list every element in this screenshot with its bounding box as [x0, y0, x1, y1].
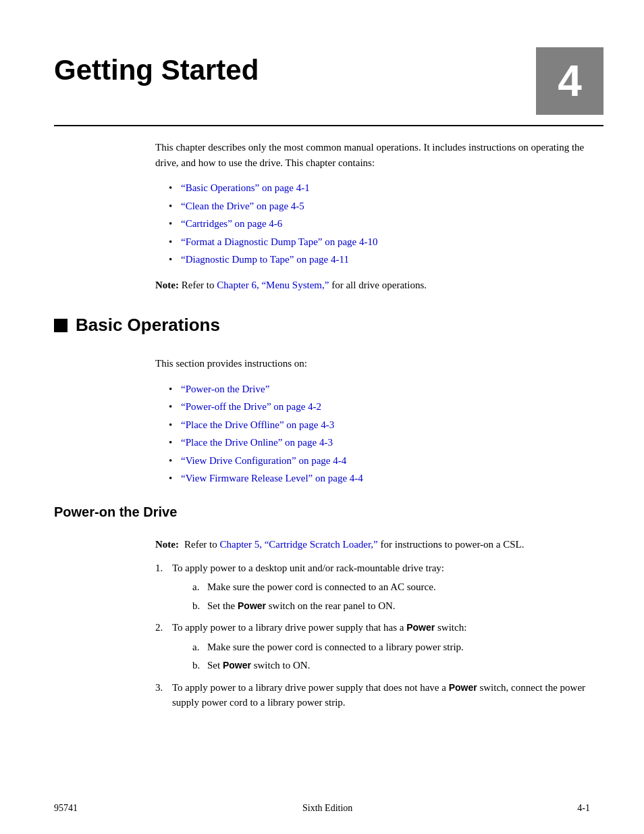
step-1: 1. To apply power to a desktop unit and/…: [155, 561, 590, 614]
basic-operations-heading: Basic Operations: [0, 305, 644, 339]
power-on-note-link[interactable]: Chapter 5, “Cartridge Scratch Loader,”: [219, 539, 377, 550]
substep-2b-text: Set Power switch to ON.: [207, 660, 310, 671]
page: Getting Started 4 This chapter describes…: [0, 0, 644, 834]
step-2-substeps: a. Make sure the power cord is connected…: [192, 640, 590, 673]
link-drive-offline[interactable]: “Place the Drive Offline” on page 4-3: [181, 419, 334, 430]
link-cartridges[interactable]: “Cartridges” on page 4-6: [181, 218, 282, 229]
note-label: Note:: [155, 280, 179, 290]
bold-power-4: Power: [449, 682, 477, 693]
note-link[interactable]: Chapter 6, “Menu System,”: [217, 280, 329, 290]
list-item: “Place the Drive Online” on page 4-3: [169, 435, 590, 450]
link-power-on[interactable]: “Power-on the Drive”: [181, 384, 269, 394]
link-diagnostic-dump[interactable]: “Diagnostic Dump to Tape” on page 4-11: [181, 254, 349, 265]
footer-center: Sixth Edition: [302, 803, 352, 814]
substep-1a-num: a.: [192, 579, 199, 595]
list-item: “Format a Diagnostic Dump Tape” on page …: [169, 234, 590, 250]
power-on-note-label: Note:: [155, 539, 179, 550]
link-format-dump[interactable]: “Format a Diagnostic Dump Tape” on page …: [181, 236, 378, 247]
list-item: “Basic Operations” on page 4-1: [169, 180, 590, 196]
intro-link-list: “Basic Operations” on page 4-1 “Clean th…: [169, 180, 590, 267]
note-text-before: Refer to: [184, 539, 219, 550]
bold-power-3: Power: [223, 660, 251, 671]
link-basic-ops[interactable]: “Basic Operations” on page 4-1: [181, 182, 310, 193]
substep-2a-num: a.: [192, 640, 199, 655]
list-item: “Power-on the Drive”: [169, 382, 590, 397]
list-item: “Clean the Drive” on page 4-5: [169, 199, 590, 214]
intro-area: This chapter describes only the most com…: [0, 126, 644, 292]
power-on-steps: 1. To apply power to a desktop unit and/…: [155, 561, 590, 710]
substep-1b-text: Set the Power switch on the rear panel t…: [207, 600, 396, 611]
note-suffix: for all drive operations.: [329, 280, 427, 290]
list-item: “View Firmware Release Level” on page 4-…: [169, 471, 590, 486]
intro-paragraph: This chapter describes only the most com…: [155, 140, 590, 170]
link-firmware-level[interactable]: “View Firmware Release Level” on page 4-…: [181, 473, 363, 484]
substep-1b: b. Set the Power switch on the rear pane…: [192, 598, 590, 614]
footer-left: 95741: [54, 803, 78, 814]
basic-ops-link-list: “Power-on the Drive” “Power-off the Driv…: [169, 382, 590, 486]
intro-note: Note: Refer to Chapter 6, “Menu System,”…: [155, 278, 590, 293]
basic-ops-intro: This section provides instructions on:: [155, 356, 590, 371]
substep-2b: b. Set Power switch to ON.: [192, 658, 590, 673]
step-1-num: 1.: [155, 561, 163, 576]
step-1-substeps: a. Make sure the power cord is connected…: [192, 579, 590, 613]
power-on-heading: Power-on the Drive: [0, 496, 644, 525]
power-on-area: Note: Refer to Chapter 5, “Cartridge Scr…: [0, 525, 644, 710]
substep-2a: a. Make sure the power cord is connected…: [192, 640, 590, 655]
note-text-after: for instructions to power-on a CSL.: [378, 539, 525, 550]
basic-operations-title: Basic Operations: [76, 315, 220, 336]
note-text: Refer to: [179, 280, 217, 290]
substep-1a: a. Make sure the power cord is connected…: [192, 579, 590, 595]
substep-1b-num: b.: [192, 598, 200, 614]
step-2-num: 2.: [155, 620, 163, 635]
step-3: 3. To apply power to a library drive pow…: [155, 680, 590, 710]
list-item: “Place the Drive Offline” on page 4-3: [169, 417, 590, 433]
page-footer: 95741 Sixth Edition 4-1: [0, 803, 644, 814]
step-3-num: 3.: [155, 680, 163, 696]
link-drive-online[interactable]: “Place the Drive Online” on page 4-3: [181, 437, 333, 448]
chapter-header: Getting Started 4: [0, 41, 644, 115]
step-1-text: To apply power to a desktop unit and/or …: [172, 563, 444, 573]
list-item: “View Drive Configuration” on page 4-4: [169, 453, 590, 469]
substep-2b-num: b.: [192, 658, 200, 673]
list-item: “Cartridges” on page 4-6: [169, 216, 590, 232]
footer-right: 4-1: [577, 803, 590, 814]
power-on-title: Power-on the Drive: [54, 504, 177, 519]
list-item: “Diagnostic Dump to Tape” on page 4-11: [169, 252, 590, 267]
basic-operations-area: This section provides instructions on: “…: [0, 342, 644, 486]
link-clean-drive[interactable]: “Clean the Drive” on page 4-5: [181, 201, 304, 211]
link-power-off[interactable]: “Power-off the Drive” on page 4-2: [181, 401, 321, 412]
list-item: “Power-off the Drive” on page 4-2: [169, 399, 590, 415]
chapter-title: Getting Started: [54, 41, 259, 86]
bold-power-2: Power: [406, 622, 435, 633]
step-2: 2. To apply power to a library drive pow…: [155, 620, 590, 673]
power-on-note: Note: Refer to Chapter 5, “Cartridge Scr…: [155, 539, 590, 550]
bold-power-1: Power: [238, 600, 266, 611]
step-3-text: To apply power to a library drive power …: [172, 682, 585, 708]
step-2-text: To apply power to a library drive power …: [172, 622, 466, 633]
power-on-note-body: Refer to Chapter 5, “Cartridge Scratch L…: [184, 539, 525, 550]
heading-box-icon: [54, 319, 68, 332]
chapter-number-box: 4: [536, 47, 603, 115]
link-drive-config[interactable]: “View Drive Configuration” on page 4-4: [181, 455, 346, 466]
substep-1a-text: Make sure the power cord is connected to…: [207, 581, 436, 592]
substep-2a-text: Make sure the power cord is connected to…: [207, 642, 464, 652]
